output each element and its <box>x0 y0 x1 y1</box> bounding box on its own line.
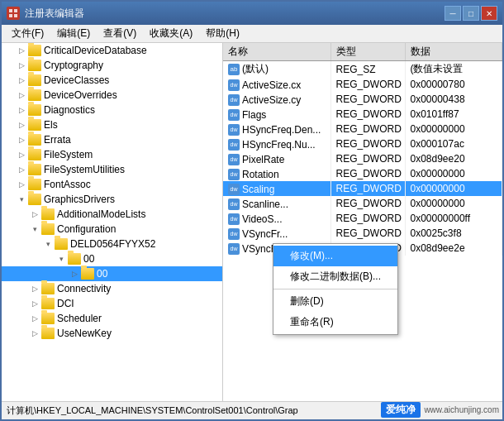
cell-data: 0x0101ff87 <box>405 107 502 122</box>
cell-name: dw Flags <box>223 107 330 122</box>
maximize-button[interactable]: □ <box>463 6 479 21</box>
tree-item-configuration[interactable]: ▾ Configuration <box>2 222 222 237</box>
col-header-type[interactable]: 类型 <box>330 43 405 61</box>
cell-data: 0x00000000 <box>405 166 502 181</box>
tree-item-00-2[interactable]: ▷ 00 <box>2 266 222 281</box>
reg-dw-icon: dw <box>228 228 240 240</box>
tree-label: 00 <box>97 268 107 280</box>
tree-item-connectivity[interactable]: ▷ Connectivity <box>2 281 222 296</box>
expand-icon[interactable]: ▾ <box>28 222 41 236</box>
context-menu-modify[interactable]: 修改(M)... <box>273 246 397 266</box>
table-row[interactable]: dw Scanline... REG_DWORD 0x00000000 <box>223 196 502 211</box>
cell-type: REG_DWORD <box>330 107 405 122</box>
tree-item-additionalmodelists[interactable]: ▷ AdditionalModeLists <box>2 207 222 222</box>
expand-icon[interactable]: ▷ <box>15 74 28 87</box>
menu-item[interactable]: 帮助(H) <box>199 25 246 42</box>
expand-icon[interactable]: ▷ <box>15 118 28 132</box>
expand-icon[interactable]: ▷ <box>15 89 28 102</box>
cell-name: dw Rotation <box>223 166 330 181</box>
context-menu-modify-binary[interactable]: 修改二进制数据(B)... <box>273 266 397 287</box>
table-row[interactable]: dw VideoS... REG_DWORD 0x00000000ff <box>223 211 502 226</box>
table-row[interactable]: dw HSyncFreq.Nu... REG_DWORD 0x000107ac <box>223 136 502 151</box>
tree-item-criticaldevicedatabase[interactable]: ▷ CriticalDeviceDatabase <box>2 43 222 58</box>
tree-item-diagnostics[interactable]: ▷ Diagnostics <box>2 103 222 117</box>
tree-item-deld[interactable]: ▾ DELD0564FYYX52 <box>2 237 222 251</box>
registry-table: 名称 类型 数据 ab (默认) <box>223 43 502 401</box>
folder-icon <box>41 328 55 339</box>
context-menu-delete[interactable]: 删除(D) <box>273 291 397 312</box>
tree-view[interactable]: ▷ CriticalDeviceDatabase ▷ Cryptography … <box>2 43 222 401</box>
expand-icon[interactable]: ▷ <box>28 312 41 325</box>
cell-data: 0x00000780 <box>405 77 502 92</box>
cell-data: 0x0025c3f8 <box>405 226 502 241</box>
close-button[interactable]: ✕ <box>481 6 497 21</box>
cell-data: 0x08d9ee20 <box>405 151 502 166</box>
expand-icon[interactable]: ▾ <box>15 193 28 206</box>
col-header-data[interactable]: 数据 <box>405 43 502 61</box>
tree-item-deviceoverrides[interactable]: ▷ DeviceOverrides <box>2 88 222 103</box>
table-row[interactable]: dw HSyncFreq.Den... REG_DWORD 0x00000000 <box>223 122 502 136</box>
expand-icon[interactable]: ▷ <box>15 178 28 191</box>
tree-item-cryptography[interactable]: ▷ Cryptography <box>2 58 222 73</box>
table-row[interactable]: ab (默认) REG_SZ (数值未设置 <box>223 61 502 78</box>
reg-dw-icon: dw <box>228 213 240 225</box>
col-header-name[interactable]: 名称 <box>223 43 330 61</box>
table-row[interactable]: dw ActiveSize.cx REG_DWORD 0x00000780 <box>223 77 502 92</box>
tree-item-deviceclasses[interactable]: ▷ DeviceClasses <box>2 73 222 88</box>
tree-item-usenewkey[interactable]: ▷ UseNewKey <box>2 326 222 341</box>
tree-item-fontassoc[interactable]: ▷ FontAssoc <box>2 177 222 192</box>
expand-icon[interactable]: ▷ <box>28 208 41 221</box>
expand-icon[interactable]: ▾ <box>55 252 68 266</box>
folder-icon <box>28 45 41 56</box>
tree-label: Els <box>44 119 58 131</box>
tree-item-graphicsdrivers[interactable]: ▾ GraphicsDrivers <box>2 192 222 207</box>
table-row[interactable]: dw PixelRate REG_DWORD 0x08d9ee20 <box>223 151 502 166</box>
tree-label: DELD0564FYYX52 <box>70 238 155 250</box>
reg-dw-icon: dw <box>228 109 240 121</box>
context-menu: 修改(M)... 修改二进制数据(B)... 删除(D) 重命名(R) <box>273 243 398 335</box>
cell-type: REG_DWORD <box>330 226 405 241</box>
svg-rect-0 <box>9 9 12 12</box>
window-icon <box>7 7 20 20</box>
expand-icon[interactable]: ▷ <box>15 148 28 161</box>
menu-item[interactable]: 查看(V) <box>97 25 143 42</box>
tree-label: CriticalDeviceDatabase <box>44 45 147 56</box>
folder-icon <box>28 60 41 71</box>
expand-icon[interactable]: ▷ <box>15 59 28 72</box>
tree-item-scheduler[interactable]: ▷ Scheduler <box>2 311 222 326</box>
expand-icon[interactable]: ▷ <box>28 282 41 295</box>
tree-item-dci[interactable]: ▷ DCI <box>2 296 222 311</box>
tree-item-els[interactable]: ▷ Els <box>2 117 222 132</box>
table-row[interactable]: dw VSyncFr... REG_DWORD 0x0025c3f8 <box>223 226 502 241</box>
cell-name: dw HSyncFreq.Den... <box>223 122 330 136</box>
tree-label: Connectivity <box>57 283 111 294</box>
expand-icon[interactable]: ▷ <box>28 327 41 340</box>
menu-item[interactable]: 文件(F) <box>5 25 50 42</box>
menu-item[interactable]: 收藏夹(A) <box>143 25 199 42</box>
left-panel: ▷ CriticalDeviceDatabase ▷ Cryptography … <box>2 43 223 401</box>
expand-icon[interactable]: ▷ <box>28 297 41 310</box>
expand-icon[interactable]: ▷ <box>15 103 28 117</box>
cell-data: 0x00000000 <box>405 181 502 196</box>
tree-item-errata[interactable]: ▷ Errata <box>2 132 222 147</box>
table-row[interactable]: dw ActiveSize.cy REG_DWORD 0x00000438 <box>223 92 502 107</box>
expand-icon[interactable]: ▷ <box>15 133 28 146</box>
cell-data: (数值未设置 <box>405 61 502 78</box>
tree-item-filesystem[interactable]: ▷ FileSystem <box>2 147 222 162</box>
tree-label: 00 <box>83 253 94 265</box>
reg-dw-icon: dw <box>228 184 240 195</box>
context-menu-rename[interactable]: 重命名(R) <box>273 312 397 332</box>
minimize-button[interactable]: ─ <box>445 6 461 21</box>
table-row[interactable]: dw Rotation REG_DWORD 0x00000000 <box>223 166 502 181</box>
expand-icon[interactable]: ▷ <box>15 44 28 57</box>
tree-item-filesystemutilities[interactable]: ▷ FileSystemUtilities <box>2 162 222 177</box>
table-row-scaling[interactable]: dw Scaling REG_DWORD 0x00000000 <box>223 181 502 196</box>
table-row[interactable]: dw Flags REG_DWORD 0x0101ff87 <box>223 107 502 122</box>
folder-icon <box>28 164 41 175</box>
expand-icon[interactable]: ▷ <box>15 163 28 176</box>
tree-item-00-1[interactable]: ▾ 00 <box>2 251 222 266</box>
menu-item[interactable]: 编辑(E) <box>50 25 97 42</box>
cell-type: REG_SZ <box>330 61 405 78</box>
expand-icon[interactable]: ▾ <box>41 237 55 251</box>
expand-icon[interactable]: ▷ <box>68 267 81 280</box>
